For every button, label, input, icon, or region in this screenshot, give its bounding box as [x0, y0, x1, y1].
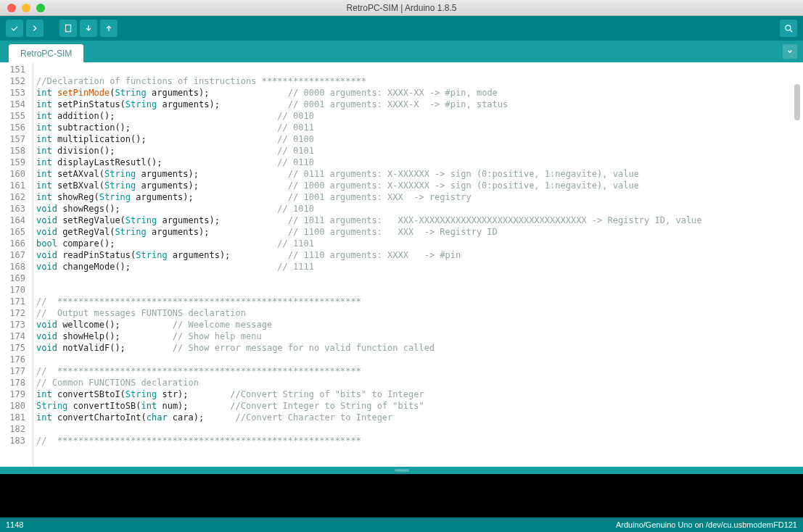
- code-line[interactable]: void showRegs(); // 1010: [36, 203, 802, 215]
- code-line[interactable]: int convertChartoInt(char cara); //Conve…: [36, 412, 802, 423]
- code-line[interactable]: bool compare(); // 1101: [36, 238, 802, 249]
- vertical-scrollbar[interactable]: [791, 62, 802, 467]
- app-window: RetroPC-SIM | Arduino 1.8.5 RetroPC-SIM …: [0, 0, 803, 532]
- code-line[interactable]: [36, 284, 802, 296]
- code-line[interactable]: int setBXval(String arguments); // 1000 …: [36, 180, 802, 191]
- code-line[interactable]: int multiplication(); // 0100: [36, 133, 802, 145]
- code-editor[interactable]: 1511521531541551561571581591601611621631…: [0, 62, 803, 467]
- window-title: RetroPC-SIM | Arduino 1.8.5: [0, 3, 803, 13]
- open-button[interactable]: [80, 20, 97, 37]
- svg-line-2: [790, 30, 792, 32]
- status-bar: 1148 Arduino/Genuino Uno on /dev/cu.usbm…: [0, 518, 803, 532]
- code-area[interactable]: //Declaration of functions of instructio…: [33, 62, 803, 467]
- code-line[interactable]: void changeMode(); // 1111: [36, 261, 802, 273]
- code-line[interactable]: //Declaration of functions of instructio…: [36, 75, 802, 87]
- svg-point-1: [786, 25, 791, 30]
- code-line[interactable]: [36, 64, 802, 75]
- code-line[interactable]: int subtraction(); // 0011: [36, 122, 802, 133]
- upload-button[interactable]: [26, 20, 44, 37]
- svg-rect-0: [66, 25, 71, 31]
- new-button[interactable]: [59, 20, 77, 37]
- code-line[interactable]: // Common FUNCTIONS declaration: [36, 377, 802, 388]
- code-line[interactable]: int division(); // 0101: [36, 145, 802, 157]
- code-line[interactable]: // *************************************…: [36, 296, 802, 307]
- titlebar: RetroPC-SIM | Arduino 1.8.5: [0, 0, 803, 16]
- code-line[interactable]: int setPinStatus(String arguments); // 0…: [36, 99, 802, 110]
- tab-menu-button[interactable]: [783, 44, 797, 59]
- code-line[interactable]: [36, 423, 802, 435]
- code-line[interactable]: int setAXval(String arguments); // 0111 …: [36, 168, 802, 180]
- code-line[interactable]: String convertItoSB(int num); //Convert …: [36, 400, 802, 412]
- status-board-port: Arduino/Genuino Uno on /dev/cu.usbmodemF…: [616, 520, 797, 529]
- scroll-thumb[interactable]: [794, 84, 800, 120]
- code-line[interactable]: int showReg(String arguments); // 1001 a…: [36, 191, 802, 203]
- code-line[interactable]: void wellcome(); // Weelcome message: [36, 319, 802, 331]
- code-line[interactable]: int addition(); // 0010: [36, 110, 802, 122]
- save-button[interactable]: [100, 20, 118, 37]
- code-line[interactable]: // Output messages FUNTIONS declaration: [36, 307, 802, 319]
- code-line[interactable]: [36, 354, 802, 365]
- code-line[interactable]: void showHelp(); // Show help menu: [36, 331, 802, 342]
- serial-monitor-button[interactable]: [780, 20, 797, 37]
- console-output[interactable]: [0, 474, 803, 518]
- code-line[interactable]: // *************************************…: [36, 365, 802, 377]
- code-line[interactable]: int setPinMode(String arguments); // 000…: [36, 87, 802, 99]
- code-line[interactable]: // *************************************…: [36, 435, 802, 446]
- tab-retropc-sim[interactable]: RetroPC-SIM: [9, 44, 83, 63]
- code-line[interactable]: int convertSBtoI(String str); //Convert …: [36, 388, 802, 400]
- tab-bar: RetroPC-SIM: [0, 41, 803, 62]
- code-line[interactable]: void readPinStatus(String arguments); //…: [36, 249, 802, 261]
- code-line[interactable]: void setRegValue(String arguments); // 1…: [36, 215, 802, 226]
- toolbar: [0, 16, 803, 41]
- code-line[interactable]: int displayLastResutl(); // 0110: [36, 157, 802, 168]
- verify-button[interactable]: [6, 20, 23, 37]
- console-resize-handle[interactable]: [0, 467, 803, 474]
- code-line[interactable]: void notValidF(); // Show error message …: [36, 342, 802, 354]
- status-line-number: 1148: [6, 520, 23, 529]
- code-line[interactable]: [36, 273, 802, 284]
- line-gutter: 1511521531541551561571581591601611621631…: [0, 62, 33, 467]
- code-line[interactable]: void getRegVal(String arguments); // 110…: [36, 226, 802, 238]
